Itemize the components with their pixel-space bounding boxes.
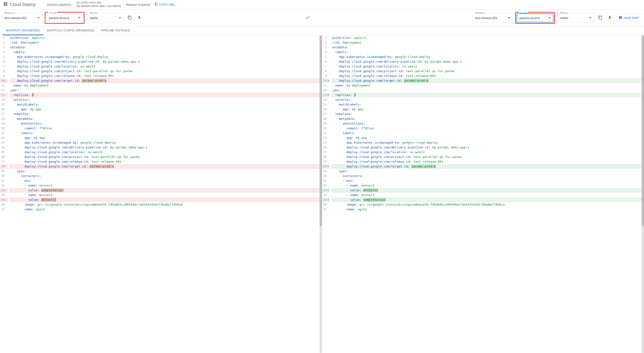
diff-viewer: 1 2 3 4 5 6 7 8 9 10-11 12 13-14 15 16 1… bbox=[0, 36, 644, 353]
code-line: ιetadata: bbox=[332, 45, 642, 50]
line-number: 4 bbox=[322, 50, 330, 55]
code-line: - name: envvar2 bbox=[10, 193, 320, 197]
controls-row: Release test-release-001 Target params-p… bbox=[0, 10, 644, 27]
left-scrollbar[interactable] bbox=[320, 36, 322, 353]
code-line: ;pec: bbox=[332, 88, 642, 93]
line-number: 9 bbox=[322, 74, 330, 78]
line-number: 1 bbox=[0, 36, 8, 40]
hide-diff-button[interactable]: HIDE DIFF bbox=[616, 14, 642, 22]
line-number: 28+ bbox=[322, 164, 330, 169]
left-pane[interactable]: 1 2 3 4 5 6 7 8 9 10-11 12 13-14 15 16 1… bbox=[0, 36, 320, 353]
right-pane[interactable]: 1 2 3 4 5 6 7 8 9 10+11 12 13+14 15 16 1… bbox=[322, 36, 642, 353]
line-number: 25 bbox=[322, 150, 330, 155]
line-number: 30 bbox=[322, 174, 330, 178]
line-number: 24 bbox=[322, 145, 330, 150]
line-number: 5 bbox=[322, 55, 330, 59]
code-line: ιetadata: bbox=[10, 45, 320, 50]
target-value: params-prod-a bbox=[49, 16, 69, 20]
copy-url-button[interactable]: COPY URL bbox=[154, 3, 175, 7]
line-number: 14 bbox=[0, 97, 8, 102]
right-code[interactable]: ipiVersion: apps/v1:ind: Deploymentιetad… bbox=[332, 36, 642, 212]
code-line: deploy.cloud.google.com/release-id: test… bbox=[332, 74, 642, 78]
line-number: 3 bbox=[322, 45, 330, 50]
left-phase-select[interactable]: Phase stable bbox=[87, 13, 124, 22]
line-number: 1 bbox=[322, 36, 330, 40]
target-value: params-prod-b bbox=[519, 16, 540, 20]
line-number: 34 bbox=[322, 193, 330, 197]
code-line: spec: bbox=[10, 169, 320, 174]
right-scrollbar[interactable] bbox=[642, 36, 644, 353]
code-line: replicas: 3 bbox=[332, 93, 642, 97]
left-copy-button[interactable] bbox=[126, 14, 133, 22]
code-line: template: bbox=[10, 112, 320, 117]
code-line: ;pec: bbox=[10, 88, 320, 93]
product-name: Cloud Deploy bbox=[10, 2, 36, 7]
line-number: 6 bbox=[0, 59, 8, 64]
code-line: ipiVersion: apps/v1 bbox=[10, 36, 320, 40]
tab-pipeline-instance[interactable]: PIPELINE INSTANCE bbox=[98, 27, 134, 35]
left-release-select[interactable]: Release test-release-001 bbox=[2, 13, 42, 22]
code-line: :ind: Deployment bbox=[10, 40, 320, 45]
code-line: app.kubernetes.io/managed-by: google-clo… bbox=[332, 55, 642, 59]
line-number: 21 bbox=[322, 131, 330, 136]
tab-manifest[interactable]: MANIFEST (RENDERED) bbox=[2, 27, 44, 35]
code-line: deploy.cloud.google.com/project-id: test… bbox=[10, 69, 320, 74]
diff-icon bbox=[619, 16, 622, 20]
code-line: - env: bbox=[332, 178, 642, 183]
right-download-button[interactable] bbox=[606, 14, 613, 22]
right-gutter: 1 2 3 4 5 6 7 8 9 10+11 12 13+14 15 16 1… bbox=[322, 36, 332, 212]
line-number: 17 bbox=[322, 112, 330, 117]
code-line: template: bbox=[332, 112, 642, 117]
right-phase-select[interactable]: Phase stable bbox=[557, 13, 594, 22]
code-line: deploy.cloud.google.com/location: us-wes… bbox=[332, 64, 642, 69]
phase-value: stable bbox=[560, 16, 568, 20]
line-number: 9 bbox=[0, 74, 8, 78]
product-logo: Cloud Deploy bbox=[3, 2, 36, 8]
right-target-highlight: Target params-prod-b bbox=[515, 12, 555, 24]
line-number: 35+ bbox=[322, 197, 330, 202]
left-gutter: 1 2 3 4 5 6 7 8 9 10-11 12 13-14 15 16 1… bbox=[0, 36, 10, 212]
line-number: 29 bbox=[322, 169, 330, 174]
line-number: 29 bbox=[0, 169, 8, 174]
line-number: 31 bbox=[322, 178, 330, 183]
left-download-button[interactable] bbox=[136, 14, 143, 22]
line-number: 7 bbox=[0, 64, 8, 69]
code-line: app: my-app bbox=[332, 107, 642, 112]
code-line: deploy.cloud.google.com/project-id: test… bbox=[332, 69, 642, 74]
code-line: deploy.cloud.google.com/project-id: test… bbox=[332, 155, 642, 159]
line-number: 10- bbox=[0, 78, 8, 83]
line-number: 12 bbox=[322, 88, 330, 93]
line-number: 11 bbox=[322, 83, 330, 88]
cloud-deploy-icon bbox=[3, 2, 8, 8]
swap-sides-button[interactable] bbox=[304, 14, 312, 22]
code-line: selector: bbox=[10, 97, 320, 102]
line-number: 19 bbox=[0, 121, 8, 126]
code-line: value: sampleValue2 bbox=[332, 197, 642, 202]
code-line: labels: bbox=[332, 50, 642, 55]
download-icon bbox=[608, 17, 612, 21]
swap-horiz-icon bbox=[305, 17, 310, 21]
right-target-select[interactable]: Target params-prod-b bbox=[517, 13, 554, 22]
line-number: 36 bbox=[322, 202, 330, 207]
breadcrumb-delivery-pipelines[interactable]: Delivery pipelines bbox=[47, 3, 72, 7]
code-line: - name: envvar2 bbox=[332, 193, 642, 197]
line-number: 16 bbox=[0, 107, 8, 112]
code-line: deploy.cloud.google.com/location: us-wes… bbox=[332, 150, 642, 155]
left-code[interactable]: ipiVersion: apps/v1:ind: Deploymentιetad… bbox=[10, 36, 320, 212]
line-number: 2 bbox=[0, 40, 8, 45]
left-target-select[interactable]: Target params-prod-a bbox=[46, 13, 83, 22]
tab-skaffold[interactable]: SKAFFOLD CONFIG (RENDERED) bbox=[44, 27, 98, 35]
right-release-select[interactable]: Release test-release-001 bbox=[472, 13, 513, 22]
right-copy-button[interactable] bbox=[597, 14, 604, 22]
line-number: 26 bbox=[0, 155, 8, 159]
line-number: 23 bbox=[322, 140, 330, 145]
line-number: 15 bbox=[322, 102, 330, 107]
line-number: 17 bbox=[0, 112, 8, 117]
code-line: deploy.cloud.google.com/delivery-pipelin… bbox=[10, 145, 320, 150]
line-number: 3 bbox=[0, 45, 8, 50]
breadcrumb-pipeline[interactable]: DELIVERY PIPELINE my-params-demo-app-1 (… bbox=[76, 2, 121, 8]
line-number: 31 bbox=[0, 178, 8, 183]
chevron-right-icon: › bbox=[73, 3, 74, 7]
app-header: Cloud Deploy Delivery pipelines › DELIVE… bbox=[0, 0, 644, 10]
line-number: 22 bbox=[0, 136, 8, 140]
